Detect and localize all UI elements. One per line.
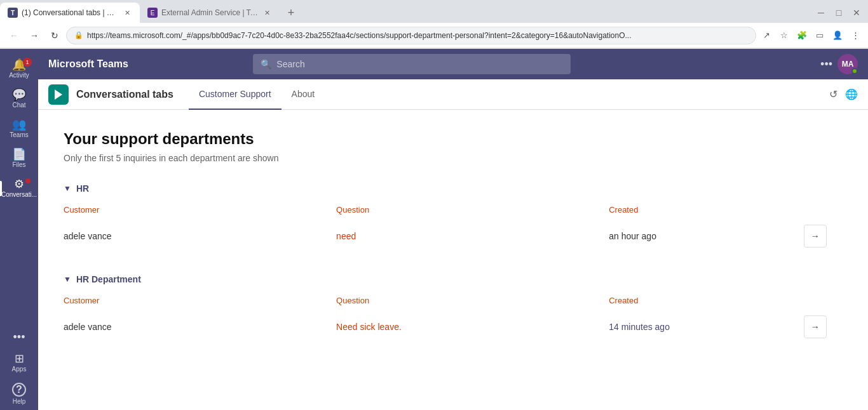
tab-inactive[interactable]: E External Admin Service | Tab Con ✕	[140, 3, 280, 23]
teams-logo: Microsoft Teams	[48, 58, 128, 70]
svg-marker-0	[55, 89, 62, 100]
teams-header-right: ••• MA	[820, 54, 858, 74]
lock-icon: 🔒	[74, 31, 83, 39]
sidebar-item-conversational[interactable]: ⚙ Conversati...	[0, 173, 38, 203]
tab-title-2: External Admin Service | Tab Con	[161, 8, 258, 17]
menu-icon[interactable]: ⋮	[848, 28, 863, 43]
hr-dept-header[interactable]: ▼ HR Department	[64, 274, 843, 284]
globe-icon[interactable]: 🌐	[845, 88, 858, 100]
avatar-initials: MA	[842, 60, 854, 69]
hr-customer-1: adele vance	[64, 218, 336, 254]
new-tab-button[interactable]: +	[282, 4, 300, 22]
sidebar-item-files[interactable]: 📄 Files	[0, 143, 38, 173]
extensions-icon[interactable]: 🧩	[794, 28, 810, 43]
hr-dept-section: ▼ HR Department Customer Question Create…	[64, 274, 843, 345]
hr-dept-table: Customer Question Created adele vance Ne…	[64, 292, 843, 345]
hr-question-link-1[interactable]: need	[336, 231, 356, 241]
sidebar-item-apps[interactable]: ⊞ Apps	[0, 348, 38, 378]
back-button[interactable]: ←	[5, 27, 23, 44]
close-button[interactable]: ✕	[850, 6, 863, 19]
app-name: Conversational tabs	[76, 89, 173, 100]
refresh-button[interactable]: ↻	[46, 27, 64, 44]
avatar[interactable]: MA	[837, 54, 858, 74]
teams-main: Microsoft Teams 🔍 ••• MA Conversational …	[38, 49, 868, 410]
more-options-icon[interactable]: •••	[820, 58, 832, 71]
tab-active[interactable]: T (1) Conversational tabs | Microso ✕	[0, 3, 140, 23]
app-icon	[48, 84, 69, 105]
hr-dept-action-1: →	[804, 309, 843, 345]
minimize-button[interactable]: ─	[815, 6, 827, 19]
window-controls: ─ □ ✕	[815, 6, 868, 19]
sidebar-label-activity: Activity	[9, 72, 29, 79]
hr-table: Customer Question Created adele vance ne…	[64, 201, 843, 254]
sidebar-label-help: Help	[13, 398, 26, 405]
hr-dept-question-link-1[interactable]: Need sick leave.	[336, 322, 402, 332]
hr-dept-col-created: Created	[609, 292, 804, 309]
sidebar-item-activity[interactable]: 🔔 Activity 1	[0, 54, 38, 84]
teams-icon: 👥	[12, 119, 26, 130]
tab-about-label: About	[292, 89, 315, 99]
profile-icon[interactable]: 👤	[830, 28, 845, 43]
share-icon[interactable]: ↗	[759, 28, 774, 43]
search-bar[interactable]: 🔍	[253, 54, 571, 74]
teams-layout: 🔔 Activity 1 💬 Chat 👥 Teams 📄 Files ⚙ Co…	[0, 49, 868, 410]
hr-dept-name: HR Department	[76, 274, 141, 284]
sidebar-toggle-icon[interactable]: ▭	[812, 28, 827, 43]
tab-customer-support-label: Customer Support	[199, 89, 271, 99]
chat-icon: 💬	[12, 89, 26, 100]
teams-sidebar: 🔔 Activity 1 💬 Chat 👥 Teams 📄 Files ⚙ Co…	[0, 49, 38, 410]
sidebar-label-teams: Teams	[10, 131, 28, 138]
sidebar-item-teams[interactable]: 👥 Teams	[0, 114, 38, 143]
hr-dept-created-link-1[interactable]: 14 minutes ago	[609, 322, 670, 332]
bookmark-icon[interactable]: ☆	[776, 28, 792, 43]
tab-customer-support[interactable]: Customer Support	[189, 79, 281, 110]
hr-col-question: Question	[336, 201, 609, 218]
tab-favicon-2: E	[147, 8, 158, 18]
nav-actions: ↗ ☆ 🧩 ▭ 👤 ⋮	[759, 28, 863, 43]
hr-created-1: an hour ago	[609, 218, 804, 254]
sidebar-item-chat[interactable]: 💬 Chat	[0, 84, 38, 114]
hr-action-1: →	[804, 218, 843, 254]
tab-bar: T (1) Conversational tabs | Microso ✕ E …	[0, 0, 868, 23]
refresh-app-icon[interactable]: ↺	[829, 88, 837, 100]
hr-question-1: need	[336, 218, 609, 254]
hr-col-created: Created	[609, 201, 804, 218]
page-title: Your support departments	[64, 130, 843, 148]
tab-close-2[interactable]: ✕	[262, 8, 272, 18]
hr-dept-col-question: Question	[336, 292, 609, 309]
app-icon-svg	[52, 88, 65, 101]
help-icon: ?	[12, 383, 26, 397]
hr-table-header-row: Customer Question Created	[64, 201, 843, 218]
address-bar[interactable]: 🔒 https://teams.microsoft.com/_#/apps/bb…	[66, 27, 756, 44]
apps-icon: ⊞	[15, 353, 24, 364]
sidebar-label-conversational: Conversati...	[1, 191, 37, 198]
hr-dept-navigate-button-1[interactable]: →	[804, 315, 827, 338]
sidebar-item-more[interactable]: •••	[0, 326, 38, 348]
hr-navigate-button-1[interactable]: →	[804, 225, 827, 248]
browser-chrome: T (1) Conversational tabs | Microso ✕ E …	[0, 0, 868, 49]
hr-header[interactable]: ▼ HR	[64, 183, 843, 194]
hr-dept-customer-1: adele vance	[64, 309, 336, 345]
table-row: adele vance Need sick leave. 14 minutes …	[64, 309, 843, 345]
hr-dept-chevron-icon: ▼	[64, 275, 71, 284]
forward-button[interactable]: →	[25, 27, 43, 44]
tab-close-1[interactable]: ✕	[122, 8, 132, 18]
tab-about[interactable]: About	[281, 79, 325, 110]
app-tabs: Customer Support About	[189, 79, 325, 110]
search-input[interactable]	[276, 59, 563, 69]
search-icon: 🔍	[261, 59, 271, 69]
app-header: Conversational tabs Customer Support Abo…	[38, 79, 868, 110]
page-subtitle: Only the first 5 inquiries in each depar…	[64, 153, 843, 163]
hr-dept-col-action	[804, 292, 843, 309]
hr-dept-question-1: Need sick leave.	[336, 309, 609, 345]
tab-title-1: (1) Conversational tabs | Microso	[22, 8, 118, 17]
sidebar-label-apps: Apps	[12, 366, 27, 373]
hr-col-action	[804, 201, 843, 218]
teams-header: Microsoft Teams 🔍 ••• MA	[38, 49, 868, 79]
hr-dept-created-1: 14 minutes ago	[609, 309, 804, 345]
hr-dept-col-customer: Customer	[64, 292, 336, 309]
conversational-dot	[25, 178, 31, 183]
sidebar-item-help[interactable]: ? Help	[0, 378, 38, 410]
table-row: adele vance need an hour ago →	[64, 218, 843, 254]
maximize-button[interactable]: □	[832, 6, 845, 19]
